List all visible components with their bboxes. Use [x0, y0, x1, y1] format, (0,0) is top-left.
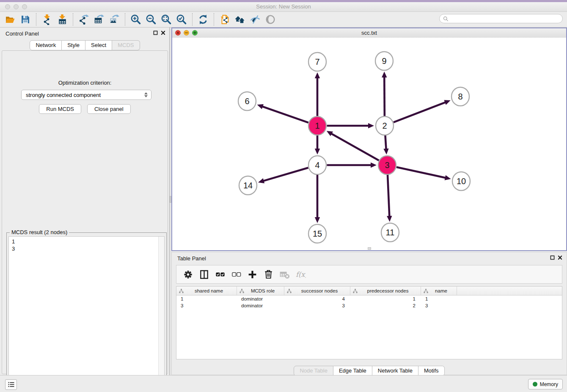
tab-motifs[interactable]: Motifs	[418, 366, 445, 376]
node-8[interactable]: 8	[451, 87, 469, 106]
node-4[interactable]: 4	[308, 156, 326, 174]
tab-select[interactable]: Select	[85, 40, 112, 50]
edge-1-6[interactable]	[262, 106, 308, 122]
memory-status-icon	[533, 382, 537, 386]
optimization-criterion-select[interactable]: strongly connected component	[21, 90, 151, 100]
canvas-resize-thumb[interactable]	[368, 247, 371, 250]
select-all-icon[interactable]	[213, 267, 227, 282]
mcds-result-scrollbar[interactable]	[158, 237, 164, 390]
network-window-titlebar[interactable]: scc.txt	[172, 28, 566, 38]
split-column-icon[interactable]	[197, 267, 211, 282]
column-header-successor-nodes[interactable]: successor nodes	[284, 287, 350, 295]
export-image-icon[interactable]	[107, 13, 122, 26]
export-network-icon[interactable]	[76, 13, 91, 26]
search-box[interactable]	[439, 14, 563, 23]
network-view-window: scc.txt 7968124314101511	[171, 28, 567, 251]
edge-2-9[interactable]	[384, 77, 385, 116]
task-history-button[interactable]	[5, 379, 17, 390]
table-cell[interactable]: 3	[421, 302, 457, 309]
zoom-selected-icon[interactable]	[174, 13, 189, 26]
window-traffic-lights[interactable]	[5, 4, 27, 9]
node-label-7: 7	[315, 57, 319, 66]
export-table-icon[interactable]	[91, 13, 107, 26]
column-header-name[interactable]: name	[421, 287, 457, 295]
table-settings-icon[interactable]	[181, 267, 195, 282]
table-cell[interactable]: dominator	[237, 302, 284, 309]
table-cell[interactable]: 2	[350, 302, 421, 309]
fit-content-icon[interactable]	[159, 13, 174, 26]
minimize-window-button[interactable]	[14, 4, 19, 9]
node-7[interactable]: 7	[308, 52, 326, 71]
import-table-from-file-icon[interactable]	[55, 13, 70, 26]
network-close-icon[interactable]	[175, 30, 181, 36]
network-zoom-icon[interactable]	[192, 30, 198, 36]
node-label-1: 1	[315, 121, 319, 130]
network-overview-icon[interactable]	[263, 13, 278, 26]
node-11[interactable]: 11	[381, 223, 399, 242]
node-3[interactable]: 3	[378, 156, 396, 174]
column-header-predecessor-nodes[interactable]: predecessor nodes	[350, 287, 421, 295]
column-header-shared-name[interactable]: shared name	[176, 287, 237, 295]
tab-style[interactable]: Style	[62, 40, 85, 50]
delete-row-icon[interactable]	[261, 267, 275, 282]
edge-3-1[interactable]	[331, 133, 379, 160]
table-panel-title: Table Panel	[177, 255, 206, 262]
close-panel-button[interactable]: Close panel	[87, 104, 131, 114]
table-cell[interactable]: dominator	[237, 295, 284, 302]
zoom-out-icon[interactable]	[143, 13, 159, 26]
column-header-MCDS-role[interactable]: MCDS role	[237, 287, 284, 295]
table-row[interactable]: 3dominator323	[176, 302, 562, 309]
node-6[interactable]: 6	[238, 92, 256, 110]
import-network-from-file-icon[interactable]	[39, 13, 55, 26]
hide-graphics-details-icon[interactable]	[248, 13, 263, 26]
table-cell[interactable]: 1	[176, 295, 237, 302]
edge-4-14[interactable]	[263, 168, 308, 181]
node-10[interactable]: 10	[452, 172, 470, 190]
tab-node-table[interactable]: Node Table	[294, 366, 333, 376]
node-9[interactable]: 9	[375, 52, 393, 70]
save-session-icon[interactable]	[18, 13, 33, 26]
unselect-all-icon[interactable]	[229, 267, 243, 282]
zoom-in-icon[interactable]	[128, 13, 143, 26]
maximize-window-button[interactable]	[22, 4, 27, 9]
node-2[interactable]: 2	[376, 116, 394, 135]
duplicate-network-icon[interactable]	[217, 13, 232, 26]
table-row[interactable]: 1dominator411	[176, 295, 562, 302]
node-14[interactable]: 14	[239, 176, 257, 195]
run-mcds-button[interactable]: Run MCDS	[39, 104, 81, 114]
mcds-result-textarea[interactable]: 1 3	[8, 236, 165, 390]
edge-2-8[interactable]	[394, 102, 446, 122]
network-minimize-icon[interactable]	[184, 30, 189, 36]
float-table-panel-icon[interactable]	[550, 255, 555, 260]
add-row-icon[interactable]	[245, 267, 259, 282]
edge-3-11[interactable]	[388, 174, 389, 217]
node-15[interactable]: 15	[308, 224, 326, 243]
edge-2-3[interactable]	[385, 135, 386, 149]
apply-preferred-layout-icon[interactable]	[195, 13, 211, 26]
table-cell[interactable]: 1	[350, 295, 421, 302]
tab-network-table[interactable]: Network Table	[372, 366, 418, 376]
edge-3-10[interactable]	[396, 167, 446, 178]
tab-edge-table[interactable]: Edge Table	[333, 366, 372, 376]
search-input[interactable]	[449, 14, 561, 23]
node-label-6: 6	[245, 97, 249, 106]
delete-table-icon[interactable]	[277, 267, 292, 282]
table-cell[interactable]: 1	[421, 295, 457, 302]
apply-function-icon[interactable]: f(x)	[293, 267, 308, 282]
table-cell[interactable]: 4	[284, 295, 350, 302]
close-table-panel-icon[interactable]	[558, 255, 562, 260]
table-cell[interactable]: 3	[284, 302, 350, 309]
tab-network[interactable]: Network	[30, 40, 62, 50]
mcds-result-fieldset: MCDS result (2 nodes) 1 3	[6, 232, 167, 392]
tab-mcds[interactable]: MCDS	[112, 40, 140, 50]
network-canvas[interactable]: 7968124314101511	[172, 38, 566, 250]
close-window-button[interactable]	[5, 4, 10, 9]
float-panel-icon[interactable]	[153, 30, 158, 35]
memory-button[interactable]: Memory	[528, 379, 563, 389]
open-session-icon[interactable]	[3, 13, 18, 26]
close-panel-icon[interactable]	[161, 30, 165, 35]
app-titlebar: Session: New Session	[0, 2, 567, 12]
show-all-networks-icon[interactable]	[232, 13, 248, 26]
table-cell[interactable]: 3	[176, 302, 237, 309]
node-1[interactable]: 1	[308, 116, 326, 135]
